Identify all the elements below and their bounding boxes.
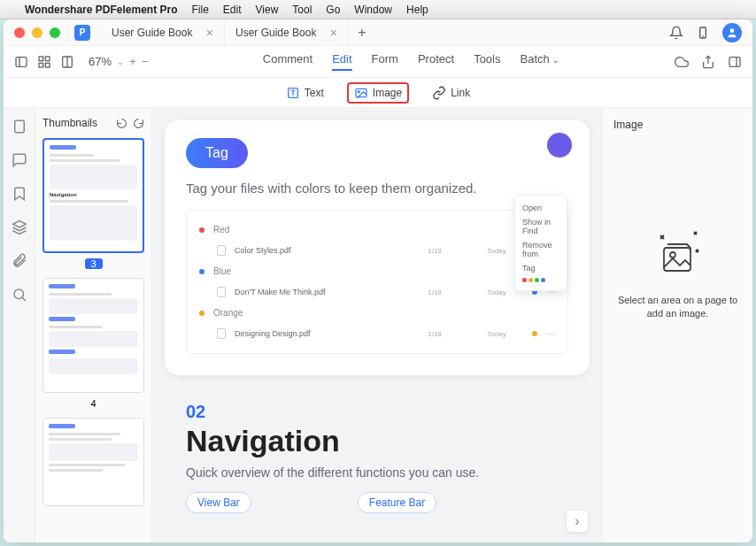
- svg-point-19: [14, 289, 24, 299]
- bookmarks-panel-icon[interactable]: [12, 186, 27, 202]
- add-tab-button[interactable]: +: [349, 19, 375, 46]
- thumbnails-panel-icon[interactable]: [12, 119, 27, 135]
- maximize-window-button[interactable]: [50, 27, 60, 38]
- rotate-right-icon[interactable]: [133, 118, 144, 129]
- left-sidebar: [4, 108, 35, 542]
- feature-circle-icon: [547, 133, 572, 158]
- zoom-out-button[interactable]: −: [142, 55, 149, 68]
- page-thumbnail-3[interactable]: Navigation: [42, 138, 144, 253]
- file-row: Color Styles.pdf 1/18 Today ⋯: [196, 240, 559, 261]
- main-toolbar: 67% ⌄ + − Comment Edit Form Protect Tool…: [4, 46, 752, 78]
- close-window-button[interactable]: [14, 27, 25, 38]
- mode-batch[interactable]: Batch ⌄: [521, 52, 560, 71]
- panel-title: Image: [613, 119, 742, 131]
- empty-state-illustration: [613, 228, 742, 281]
- mode-tools[interactable]: Tools: [474, 52, 500, 71]
- svg-point-22: [670, 252, 675, 258]
- svg-point-16: [358, 90, 359, 92]
- tag-description: Tag your files with colors to keep them …: [186, 181, 568, 196]
- rotate-left-icon[interactable]: [116, 118, 127, 129]
- thumbnails-header: Thumbnails: [42, 117, 144, 129]
- mode-edit[interactable]: Edit: [332, 52, 351, 71]
- app-name[interactable]: Wondershare PDFelement Pro: [25, 4, 178, 16]
- image-tool-icon: [354, 86, 368, 100]
- zoom-value[interactable]: 67%: [89, 55, 112, 68]
- toolbar-right: [675, 55, 742, 69]
- thumbnails-title: Thumbnails: [42, 117, 97, 129]
- thumbnail-page-number: 4: [42, 398, 144, 409]
- mode-form[interactable]: Form: [372, 52, 398, 71]
- svg-rect-21: [664, 248, 690, 271]
- svg-marker-18: [12, 221, 26, 228]
- mode-comment[interactable]: Comment: [263, 52, 312, 71]
- toolbar-left: 67% ⌄ + −: [14, 55, 148, 69]
- menu-view[interactable]: View: [256, 4, 279, 16]
- menu-go[interactable]: Go: [326, 4, 340, 16]
- svg-rect-3: [16, 57, 27, 66]
- menu-file[interactable]: File: [192, 4, 209, 16]
- svg-rect-8: [45, 63, 50, 67]
- file-group-orange: Orange: [196, 303, 559, 323]
- callout-view-bar: View Bar: [186, 492, 251, 513]
- image-properties-panel: Image Select an area on a page to add an…: [602, 108, 752, 542]
- comments-panel-icon[interactable]: [12, 152, 27, 168]
- svg-line-20: [22, 297, 26, 301]
- file-group-blue: Blue: [196, 261, 559, 281]
- app-logo-icon: P: [74, 25, 90, 41]
- minimize-window-button[interactable]: [32, 27, 42, 38]
- tab-title: User Guide Book: [112, 27, 192, 39]
- menu-tool[interactable]: Tool: [292, 4, 312, 16]
- svg-point-2: [730, 28, 735, 33]
- tab-title: User Guide Book: [235, 27, 316, 39]
- callout-labels: View Bar Feature Bar: [186, 492, 568, 513]
- page-thumbnail-4[interactable]: [42, 278, 144, 393]
- titlebar-right: [669, 23, 742, 42]
- page-section-navigation: 02 Navigation Quick overview of the diff…: [165, 393, 590, 522]
- link-tool-icon: [432, 86, 446, 100]
- main-body: Thumbnails Navigation 3: [4, 108, 752, 542]
- user-avatar[interactable]: [722, 23, 742, 42]
- tag-pill: Tag: [186, 138, 248, 168]
- page-view-icon[interactable]: [60, 55, 74, 69]
- document-tab-2[interactable]: User Guide Book ×: [225, 19, 349, 46]
- file-row: Don'T Make Me Think.pdf 1/18 Today ⋯: [196, 281, 559, 303]
- menu-edit[interactable]: Edit: [223, 4, 242, 16]
- edit-link-tool[interactable]: Link: [425, 82, 477, 104]
- document-canvas[interactable]: Tag Tag your files with colors to keep t…: [152, 108, 602, 542]
- mode-protect[interactable]: Protect: [418, 52, 454, 71]
- document-tab-1[interactable]: User Guide Book ×: [101, 19, 225, 46]
- layers-panel-icon[interactable]: [12, 219, 27, 235]
- section-description: Quick overview of the different function…: [186, 465, 568, 480]
- svg-rect-12: [729, 57, 740, 66]
- next-page-button[interactable]: ›: [567, 511, 588, 532]
- sidebar-toggle-icon[interactable]: [14, 55, 28, 69]
- page-thumbnail-5[interactable]: [42, 418, 144, 506]
- right-panel-toggle-icon[interactable]: [728, 55, 742, 69]
- close-tab-icon[interactable]: ×: [206, 26, 213, 40]
- menu-window[interactable]: Window: [354, 4, 392, 16]
- thumbnail-page-number: 3: [85, 258, 103, 269]
- file-row: Designing Design.pdf 1/18 Today ⋯: [196, 323, 559, 344]
- toolbar-modes: Comment Edit Form Protect Tools Batch ⌄: [148, 52, 675, 71]
- search-panel-icon[interactable]: [12, 287, 27, 303]
- edit-image-tool[interactable]: Image: [347, 82, 409, 104]
- traffic-lights: [14, 27, 60, 38]
- share-icon[interactable]: [701, 55, 715, 69]
- edit-text-tool[interactable]: Text: [279, 82, 331, 104]
- edit-subtoolbar: Text Image Link: [4, 78, 752, 108]
- zoom-in-button[interactable]: +: [129, 55, 136, 68]
- thumbnails-panel: Thumbnails Navigation 3: [35, 108, 152, 542]
- grid-view-icon[interactable]: [37, 55, 51, 69]
- text-tool-icon: [286, 86, 300, 100]
- attachments-panel-icon[interactable]: [12, 253, 27, 269]
- context-menu: Open Show in Find Remove from Tag: [514, 195, 567, 291]
- menu-help[interactable]: Help: [406, 4, 428, 16]
- section-title: Navigation: [186, 424, 568, 458]
- zoom-dropdown-icon[interactable]: ⌄: [117, 58, 124, 66]
- mobile-device-icon[interactable]: [696, 26, 710, 40]
- cloud-icon[interactable]: [675, 55, 689, 69]
- notification-bell-icon[interactable]: [669, 26, 683, 40]
- callout-feature-bar: Feature Bar: [358, 492, 436, 513]
- macos-menubar: Wondershare PDFelement Pro File Edit Vie…: [0, 0, 756, 19]
- close-tab-icon[interactable]: ×: [330, 26, 337, 40]
